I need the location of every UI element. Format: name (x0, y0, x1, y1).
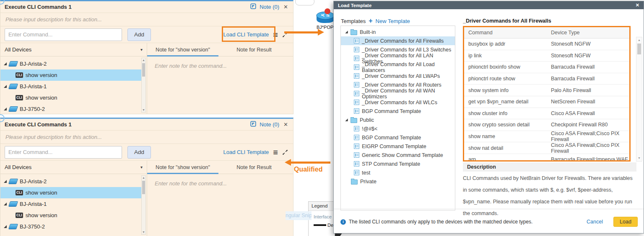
devices-dropdown[interactable]: All Devices ▾ (0, 43, 147, 56)
arrow-left-head (285, 159, 291, 166)
tab-note-result[interactable]: Note for Result (218, 43, 290, 56)
modal-close-icon[interactable]: ✕ (636, 3, 639, 8)
template-item[interactable]: test (341, 168, 455, 177)
table-row[interactable]: show cluster infoCisco ASA Firewall (464, 108, 629, 120)
tree-command-row[interactable]: CLIshow version (0, 187, 141, 198)
description-placeholder[interactable]: Please input description for this action… (0, 131, 293, 144)
template-icon (354, 170, 359, 175)
cli-badge: CLI (16, 95, 23, 100)
template-item[interactable]: _Driver Commands for All Load Balancers (341, 63, 455, 72)
expand-triangle-icon[interactable] (4, 203, 7, 205)
qualified-label: Qualified (294, 166, 322, 173)
template-folder[interactable]: Built-in (341, 28, 455, 36)
command-table: Command Device Type busybox ip addrStone… (463, 26, 631, 162)
table-row[interactable]: get vpn $vpn_name detailNetScreen Firewa… (464, 96, 629, 108)
tab-note-result[interactable]: Note for Result (218, 161, 290, 174)
table-row[interactable]: show nameCisco ASA Firewall;Cisco PIX Fi… (464, 131, 629, 143)
add-button[interactable]: Add (127, 146, 151, 159)
legend-title: Legend (309, 202, 335, 211)
note-editor[interactable]: Enter note for the command... (147, 56, 293, 114)
tree-scrollbar[interactable]: ▲▼ (141, 175, 146, 235)
table-row[interactable]: busybox ip addrStonesoft NGFW (464, 38, 629, 50)
table-row[interactable]: phionctrl boxinfo showBarracuda Firewall (464, 62, 629, 73)
table-row[interactable]: show system infoPalo Alto Firewall (464, 85, 629, 96)
close-icon[interactable]: ✕ (283, 121, 289, 128)
expand-triangle-icon[interactable] (4, 180, 7, 183)
tree-device-row[interactable]: BJ-Arista-1 (0, 81, 141, 92)
cancel-button[interactable]: Cancel (587, 219, 603, 225)
note-editor[interactable]: Enter note for the command... (147, 174, 293, 236)
alert-badge (325, 8, 330, 14)
note-popout-icon[interactable] (250, 3, 256, 11)
template-folder[interactable]: Public (341, 115, 455, 124)
template-item[interactable]: _Driver Commands for All LWAPs (341, 72, 455, 80)
template-icon (354, 64, 359, 70)
note-link[interactable]: Note (0) (260, 121, 279, 128)
cli-badge: CLI (16, 213, 23, 218)
load-button[interactable]: Load (613, 217, 638, 227)
tab-note-command[interactable]: Note for "show version" (147, 161, 218, 174)
command-input[interactable] (5, 146, 122, 159)
tree-scrollbar[interactable]: ▲▼ (141, 58, 146, 113)
new-template-link[interactable]: New Template (376, 18, 410, 24)
tree-command-row[interactable]: CLIshow version (0, 210, 141, 221)
command-input[interactable] (5, 28, 122, 41)
expand-triangle-icon[interactable] (4, 225, 7, 228)
tree-device-row[interactable]: BJ-3750-2 (0, 221, 141, 232)
template-item[interactable]: BGP Command Template (341, 107, 455, 115)
description-header: Description (463, 162, 636, 172)
map-toolbar-button[interactable] (295, 0, 314, 5)
devices-dropdown[interactable]: All Devices ▾ (0, 161, 147, 174)
template-item[interactable]: !@#$< (341, 124, 455, 133)
template-item[interactable]: _Driver Commands for All Firewalls (341, 36, 455, 45)
menu-icon[interactable]: ≡ (273, 31, 278, 39)
template-icon (354, 56, 359, 61)
expand-triangle-icon[interactable] (345, 118, 348, 121)
description-placeholder[interactable]: Please input description for this action… (0, 13, 293, 26)
template-folder[interactable]: Private (341, 177, 455, 186)
tree-command-row[interactable]: CLIshow version (0, 92, 141, 103)
close-icon[interactable]: ✕ (283, 4, 289, 10)
note-popout-icon[interactable] (250, 121, 256, 128)
table-row[interactable]: show crypto session detailCheckpoint Fir… (464, 119, 629, 131)
scrollbar-thumb[interactable] (637, 44, 641, 54)
template-icon (354, 91, 359, 96)
scrollbar-thumb[interactable] (142, 63, 145, 77)
tree-device-row[interactable]: BJ-3750-2 (0, 103, 141, 114)
menu-icon[interactable]: ≡ (273, 148, 278, 156)
expand-triangle-icon[interactable] (4, 62, 7, 65)
legend-interface-label: Interface (314, 214, 335, 219)
table-row[interactable]: phionctrl route showBarracuda Firewall (464, 73, 629, 85)
device-icon (8, 201, 18, 207)
tab-note-command[interactable]: Note for "show version" (147, 43, 218, 56)
note-link[interactable]: Note (0) (260, 4, 279, 10)
tree-command-row[interactable]: CLIshow version (0, 69, 141, 81)
table-row[interactable]: arpBarracuda Firewall;Imperva WAF (464, 154, 629, 162)
collapse-diagonal-icon[interactable] (282, 149, 288, 155)
modal-title: Load Template (338, 3, 371, 8)
load-cli-template-link[interactable]: Load CLI Template (223, 149, 269, 155)
expand-triangle-icon[interactable] (345, 31, 348, 33)
load-cli-template-link[interactable]: Load CLI Template (223, 31, 269, 38)
expand-triangle-icon[interactable] (4, 108, 7, 110)
table-scrollbar[interactable]: ▲ ▼ (636, 37, 642, 162)
template-item[interactable]: EIGRP Command Template (341, 142, 455, 151)
device-icon (8, 84, 18, 89)
device-icon (8, 106, 18, 112)
scrollbar-thumb[interactable] (142, 181, 145, 194)
plus-icon[interactable]: + (369, 18, 372, 24)
tree-device-row[interactable]: BJ-Arista-2 (0, 58, 141, 69)
template-item[interactable]: _Driver Commands for All WAN Optimizers (341, 89, 455, 98)
expand-triangle-icon[interactable] (4, 85, 7, 88)
tree-device-row[interactable]: BJ-Arista-2 (0, 176, 141, 187)
table-row[interactable]: ip linkStonesoft NGFW (464, 50, 629, 62)
template-item[interactable]: STP Command Template (341, 159, 455, 168)
device-icon (8, 61, 18, 67)
selected-template-title: _Driver Commands for All Firewalls (463, 18, 551, 24)
add-button[interactable]: Add (127, 28, 151, 41)
template-item[interactable]: BGP Command Template (341, 133, 455, 142)
tree-device-row[interactable]: BJ-Arista-1 (0, 198, 141, 210)
template-item[interactable]: Generic Show Command Template (341, 151, 455, 159)
modal-titlebar: Load Template ✕ (334, 1, 644, 9)
table-row[interactable]: show nat detailCisco ASA Firewall;Cisco … (464, 142, 629, 154)
